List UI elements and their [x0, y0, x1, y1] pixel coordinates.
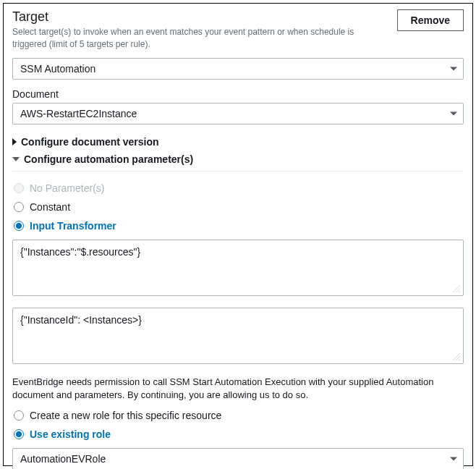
radio-use-existing-role[interactable]: Use existing role [14, 425, 464, 444]
radio-constant[interactable]: Constant [14, 198, 464, 216]
target-type-value: SSM Automation [20, 63, 95, 75]
expander-label: Configure automation parameter(s) [24, 153, 193, 165]
chevron-down-icon [450, 111, 457, 115]
panel-title: Target [12, 9, 390, 25]
existing-role-value: AutomationEVRole [20, 453, 106, 465]
expander-label: Configure document version [21, 136, 159, 148]
panel-header: Target Select target(s) to invoke when a… [12, 9, 464, 58]
permission-note: EventBridge needs permission to call SSM… [12, 376, 464, 402]
configure-document-version-expander[interactable]: Configure document version [12, 133, 464, 151]
radio-icon [14, 202, 24, 212]
input-template-textarea[interactable]: {"InstanceId": <Instances>} [12, 308, 464, 364]
document-select[interactable]: AWS-RestartEC2Instance [12, 103, 464, 124]
target-type-select[interactable]: SSM Automation [12, 58, 464, 80]
radio-icon [14, 429, 24, 439]
chevron-down-icon [450, 457, 457, 460]
radio-icon [14, 183, 24, 193]
radio-input-transformer[interactable]: Input Transformer [14, 216, 464, 235]
divider [12, 171, 464, 172]
radio-icon [14, 221, 24, 231]
caret-down-icon [12, 157, 20, 161]
configure-automation-parameters-expander[interactable]: Configure automation parameter(s) [12, 151, 464, 168]
radio-label: Input Transformer [30, 220, 116, 232]
remove-button[interactable]: Remove [397, 9, 464, 31]
radio-label: Constant [30, 201, 70, 213]
parameter-mode-radio-group: No Parameter(s) Constant Input Transform… [14, 179, 464, 235]
target-panel: Target Select target(s) to invoke when a… [3, 3, 473, 466]
radio-icon [14, 410, 24, 421]
input-path-textarea[interactable]: {"Instances":"$.resources"} [12, 240, 464, 296]
chevron-down-icon [450, 67, 457, 70]
document-value: AWS-RestartEC2Instance [20, 108, 137, 119]
existing-role-select[interactable]: AutomationEVRole [12, 448, 464, 469]
radio-label: Use existing role [30, 428, 111, 440]
role-radio-group: Create a new role for this specific reso… [14, 406, 464, 444]
radio-label: No Parameter(s) [30, 182, 104, 194]
document-label: Document [12, 88, 464, 100]
radio-no-parameters: No Parameter(s) [14, 179, 464, 198]
radio-create-new-role[interactable]: Create a new role for this specific reso… [14, 406, 464, 425]
radio-label: Create a new role for this specific reso… [30, 410, 221, 421]
caret-right-icon [12, 138, 17, 145]
resize-grip-icon [453, 353, 460, 360]
resize-grip-icon [453, 285, 460, 292]
panel-subtitle: Select target(s) to invoke when an event… [12, 26, 390, 51]
